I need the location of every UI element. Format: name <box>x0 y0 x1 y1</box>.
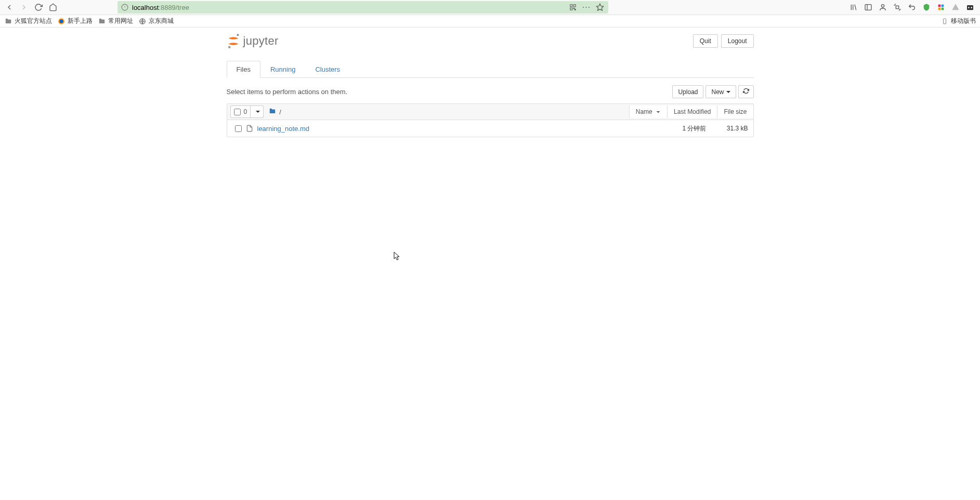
globe-icon <box>138 17 147 25</box>
jupyter-logo[interactable]: jupyter <box>227 33 279 49</box>
tab-clusters[interactable]: Clusters <box>305 61 350 78</box>
bookmark-item[interactable]: 火狐官方站点 <box>4 17 52 25</box>
folder-icon <box>4 17 12 25</box>
bookmark-label: 常用网址 <box>108 17 133 25</box>
svg-point-29 <box>228 46 230 48</box>
svg-rect-12 <box>865 5 871 10</box>
jupyter-logo-text: jupyter <box>243 34 279 48</box>
column-modified[interactable]: Last Modified <box>668 106 717 118</box>
select-all-control[interactable]: 0 <box>230 106 264 118</box>
bookmark-item[interactable]: 新手上路 <box>57 17 93 25</box>
library-icon[interactable] <box>849 3 858 12</box>
svg-rect-15 <box>896 6 898 8</box>
svg-marker-8 <box>596 4 603 10</box>
mobile-icon <box>940 17 949 25</box>
new-dropdown[interactable]: New <box>705 85 736 98</box>
forward-button[interactable] <box>17 0 31 15</box>
folder-icon <box>98 17 106 25</box>
toolbar-right <box>849 3 978 12</box>
site-info-icon[interactable] <box>121 3 129 11</box>
tab-files[interactable]: Files <box>227 61 260 78</box>
caret-down-icon <box>256 111 260 113</box>
jupyter-header: jupyter Quit Logout <box>227 31 754 51</box>
sort-down-icon <box>656 108 661 115</box>
tab-running[interactable]: Running <box>260 61 305 78</box>
svg-rect-4 <box>573 5 576 7</box>
list-header: 0 / Name Last Modified File size <box>227 103 754 120</box>
svg-rect-7 <box>575 9 576 10</box>
breadcrumb[interactable]: / <box>269 108 281 116</box>
browser-toolbar: localhost:8889/tree ··· <box>0 0 980 15</box>
new-label: New <box>711 88 724 96</box>
bookmarks-bar: 火狐官方站点 新手上路 常用网址 京东商城 移动版书 <box>0 15 980 28</box>
file-icon <box>245 125 254 132</box>
svg-rect-3 <box>570 5 572 7</box>
row-checkbox[interactable] <box>235 125 242 132</box>
screenshot-icon[interactable] <box>893 3 902 12</box>
logout-button[interactable]: Logout <box>721 34 754 48</box>
caret-down-icon <box>726 91 730 93</box>
svg-rect-17 <box>942 5 944 7</box>
svg-rect-6 <box>573 8 574 9</box>
tabs: Files Running Clusters <box>227 61 754 78</box>
jupyter-logo-icon <box>227 33 240 49</box>
svg-point-14 <box>881 5 884 7</box>
account-icon[interactable] <box>878 3 887 12</box>
column-name[interactable]: Name <box>629 106 668 118</box>
bookmark-label: 火狐官方站点 <box>15 17 52 25</box>
firefox-icon <box>57 17 66 25</box>
jupyter-page: jupyter Quit Logout Files Running Cluste… <box>227 28 754 137</box>
mobile-bookmarks[interactable]: 移动版书 <box>940 17 976 25</box>
bookmark-item[interactable]: 常用网址 <box>98 17 133 25</box>
column-size[interactable]: File size <box>717 106 753 118</box>
svg-point-22 <box>971 7 972 8</box>
svg-rect-5 <box>570 8 572 10</box>
url-bar[interactable]: localhost:8889/tree ··· <box>117 1 608 14</box>
mobile-bookmarks-label: 移动版书 <box>951 17 976 25</box>
bookmark-label: 京东商城 <box>149 17 174 25</box>
file-size: 31.3 kB <box>707 125 748 132</box>
svg-rect-16 <box>938 5 941 7</box>
select-all-checkbox[interactable] <box>234 109 241 115</box>
folder-icon <box>269 108 276 116</box>
svg-point-24 <box>60 19 63 23</box>
file-modified: 1 分钟前 <box>634 124 707 133</box>
svg-rect-19 <box>942 8 944 10</box>
extension-icon-3[interactable] <box>965 3 975 12</box>
more-icon[interactable]: ··· <box>581 2 592 12</box>
svg-line-11 <box>855 5 856 10</box>
qr-icon[interactable] <box>568 2 578 12</box>
sidebar-icon[interactable] <box>864 3 873 12</box>
upload-button[interactable]: Upload <box>672 85 703 98</box>
reload-button[interactable] <box>31 0 46 15</box>
back-button[interactable] <box>2 0 17 15</box>
column-name-label: Name <box>636 108 652 115</box>
url-host: localhost <box>132 4 159 11</box>
refresh-button[interactable] <box>738 85 754 98</box>
url-path: :8889/tree <box>159 4 189 11</box>
svg-rect-18 <box>938 8 941 10</box>
file-name-link[interactable]: learning_note.md <box>257 125 309 133</box>
extension-icon-2[interactable] <box>951 3 960 12</box>
select-dropdown[interactable] <box>251 111 263 113</box>
undo-icon[interactable] <box>907 3 917 12</box>
shield-icon[interactable] <box>922 3 931 12</box>
bookmark-label: 新手上路 <box>68 17 93 25</box>
svg-point-21 <box>968 7 970 8</box>
quit-button[interactable]: Quit <box>693 34 718 48</box>
file-row: learning_note.md 1 分钟前 31.3 kB <box>227 120 753 137</box>
breadcrumb-sep: / <box>279 108 281 116</box>
hint-text: Select items to perform actions on them. <box>227 88 348 96</box>
svg-point-28 <box>237 34 239 36</box>
extension-icon-1[interactable] <box>936 3 946 12</box>
bookmark-item[interactable]: 京东商城 <box>138 17 174 25</box>
svg-rect-20 <box>967 5 973 10</box>
action-row: Select items to perform actions on them.… <box>227 85 754 98</box>
bookmark-star-icon[interactable] <box>595 2 605 12</box>
home-button[interactable] <box>46 0 60 15</box>
file-list: learning_note.md 1 分钟前 31.3 kB <box>227 120 754 137</box>
selected-count: 0 <box>243 106 251 117</box>
